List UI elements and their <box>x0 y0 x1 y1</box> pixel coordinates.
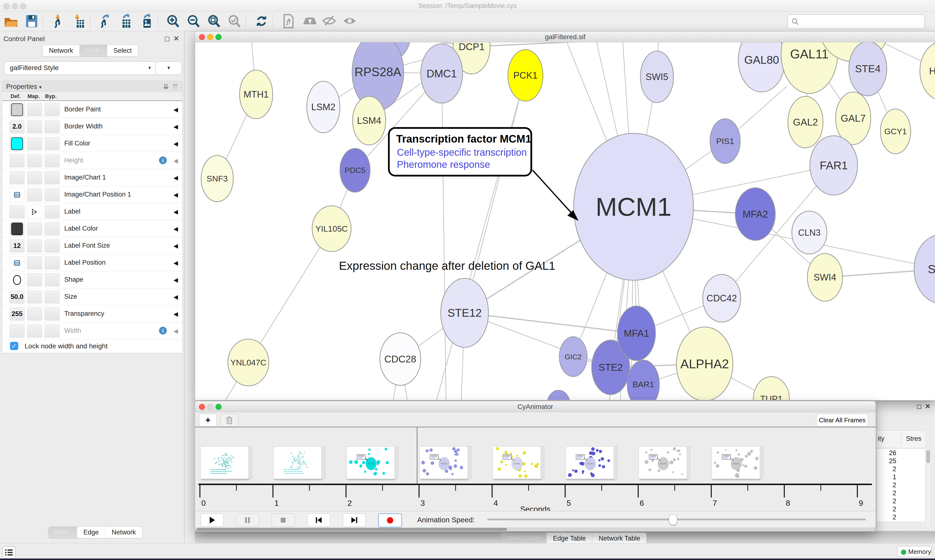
property-cell[interactable] <box>9 171 25 185</box>
frame-thumbnail-4[interactable]: MCM1 <box>492 446 541 479</box>
property-cell[interactable] <box>45 154 60 168</box>
collapse-row-icon[interactable]: ◀ <box>174 174 178 181</box>
property-cell[interactable] <box>27 205 42 218</box>
edge-pck1-ste12[interactable] <box>464 75 525 313</box>
collapse-row-icon[interactable]: ◀ <box>174 191 178 198</box>
property-cell[interactable] <box>45 171 60 185</box>
table-col-ity[interactable]: ity <box>878 435 884 443</box>
property-cell[interactable] <box>9 273 25 286</box>
hscrollbar-thumb[interactable] <box>196 528 507 531</box>
property-cell[interactable]: 50.0 <box>9 290 25 304</box>
property-row-shape[interactable]: Shape◀ <box>2 271 182 288</box>
table-row[interactable]: 1 <box>877 474 896 481</box>
property-cell[interactable]: 255 <box>9 307 25 321</box>
export-network-icon[interactable] <box>98 13 113 29</box>
tab-node-table[interactable]: Node Table <box>501 533 546 544</box>
annotation-link[interactable]: Pheromone response <box>397 159 490 170</box>
property-cell[interactable] <box>45 256 60 269</box>
table-scrollbar[interactable] <box>926 448 931 528</box>
property-cell[interactable] <box>45 273 60 286</box>
close-panel-icon[interactable]: ✕ <box>174 35 179 43</box>
tab-edge-table[interactable]: Edge Table <box>546 533 592 544</box>
clear-all-frames-button[interactable]: Clear All Frames <box>816 414 868 427</box>
property-cell[interactable] <box>27 324 42 338</box>
checkbox-checked-icon[interactable]: ✓ <box>10 342 18 350</box>
table-row[interactable]: 2 <box>877 489 896 497</box>
property-row-image-chart-position-1[interactable]: Image/Chart Position 1◀ <box>2 186 182 203</box>
property-cell[interactable] <box>27 154 42 168</box>
property-cell[interactable] <box>27 103 42 116</box>
tab-network[interactable]: Network <box>43 45 79 57</box>
table-row[interactable]: 2 <box>877 514 896 521</box>
property-cell[interactable] <box>27 307 42 321</box>
frame-drag-handle[interactable] <box>321 446 325 479</box>
float-table-icon[interactable]: ◻ <box>916 403 922 410</box>
frame-drag-handle[interactable] <box>248 446 252 479</box>
zoom-out-icon[interactable] <box>186 13 202 29</box>
frame-drag-handle[interactable] <box>687 446 691 479</box>
frame-drag-handle[interactable] <box>614 446 617 479</box>
property-row-label-position[interactable]: Label Position◀ <box>2 254 182 271</box>
property-cell[interactable] <box>9 103 25 116</box>
property-cell[interactable] <box>9 154 25 168</box>
info-icon[interactable]: i <box>159 327 167 334</box>
network-canvas[interactable]: RPS28ADCP1DMC1PCK1MTH1LSM2LSM4SWI5GAL80G… <box>195 42 935 400</box>
style-selector[interactable]: galFiltered Style ▾ <box>4 61 156 75</box>
property-cell[interactable] <box>45 290 60 304</box>
property-row-height[interactable]: Heighti◀ <box>2 152 182 169</box>
property-cell[interactable] <box>45 137 60 150</box>
collapse-row-icon[interactable]: ◀ <box>174 294 178 300</box>
property-row-border-width[interactable]: 2.0Border Width◀ <box>2 118 182 135</box>
frame-drag-handle[interactable] <box>468 446 471 479</box>
frame-thumbnail-0[interactable] <box>201 446 248 479</box>
edge-stub[interactable] <box>436 75 525 400</box>
panel-list-button[interactable] <box>2 546 15 558</box>
export-table-icon[interactable] <box>118 13 134 29</box>
tab-network[interactable]: Network <box>105 527 142 538</box>
property-cell[interactable] <box>27 290 42 304</box>
frame-drag-handle[interactable] <box>760 446 764 479</box>
table-row[interactable]: 25 <box>877 457 896 465</box>
edge-ste12-mfa1[interactable] <box>464 313 636 333</box>
stop-button[interactable] <box>272 513 295 527</box>
record-button[interactable] <box>378 513 402 528</box>
collapse-row-icon[interactable]: ◀ <box>174 311 178 317</box>
property-row-size[interactable]: 50.0Size◀ <box>2 288 182 305</box>
frame-drag-handle[interactable] <box>395 446 398 479</box>
collapse-row-icon[interactable]: ◀ <box>174 140 178 147</box>
annotation-box[interactable]: Transcription factor MCM1Cell-type-speci… <box>389 128 579 221</box>
show-all-icon[interactable] <box>342 13 358 29</box>
property-cell[interactable] <box>9 188 25 202</box>
property-row-label[interactable]: Label◀ <box>2 203 182 220</box>
delete-frame-button[interactable] <box>221 414 238 427</box>
collapse-row-icon[interactable]: ◀ <box>174 243 178 249</box>
property-cell[interactable] <box>27 239 42 252</box>
zoom-selected-icon[interactable] <box>227 13 242 29</box>
property-cell[interactable] <box>45 222 60 235</box>
property-cell[interactable]: 12 <box>9 239 25 252</box>
property-cell[interactable] <box>45 205 60 218</box>
search-input[interactable] <box>802 16 922 27</box>
network-file-icon[interactable] <box>281 13 296 29</box>
property-cell[interactable] <box>27 137 42 150</box>
memory-button[interactable]: Memory <box>897 546 932 557</box>
property-cell[interactable] <box>27 222 42 235</box>
property-cell[interactable] <box>27 256 42 269</box>
frame-thumbnail-2[interactable]: MCM1 <box>347 446 395 479</box>
table-col-stress[interactable]: Stres <box>906 435 921 443</box>
save-session-icon[interactable] <box>24 13 39 29</box>
table-row[interactable]: 2 <box>877 506 896 513</box>
property-cell[interactable] <box>9 137 25 150</box>
search-box[interactable] <box>787 14 925 29</box>
tab-style[interactable]: Style <box>79 45 107 57</box>
property-row-label-color[interactable]: Label Color◀ <box>2 220 182 237</box>
property-row-label-font-size[interactable]: 12Label Font Size◀ <box>2 237 182 254</box>
export-image-icon[interactable] <box>139 13 154 29</box>
collapse-row-icon[interactable]: ◀ <box>174 226 178 232</box>
frame-drag-handle[interactable] <box>540 446 545 479</box>
collapse-row-icon[interactable]: ◀ <box>174 277 178 283</box>
property-row-border-paint[interactable]: Border Paint◀ <box>2 101 182 118</box>
tab-edge[interactable]: Edge <box>77 527 105 538</box>
refresh-layout-icon[interactable] <box>254 13 269 29</box>
frame-thumbnail-6[interactable]: MCM1 <box>639 446 687 479</box>
